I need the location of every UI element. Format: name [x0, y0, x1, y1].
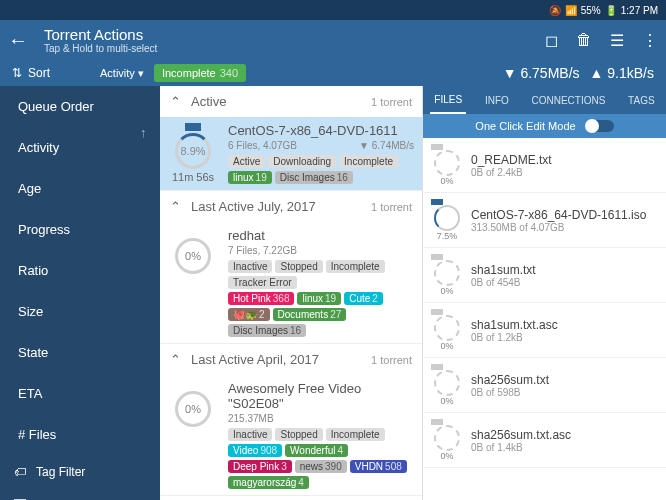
file-progress — [434, 205, 460, 231]
section-july[interactable]: ⌃Last Active July, 20171 torrent — [160, 191, 422, 222]
file-meta: 0B of 1.4kB — [471, 442, 658, 453]
tag[interactable]: linux19 — [228, 171, 272, 184]
status-indicator — [185, 381, 201, 389]
tab-tags[interactable]: TAGS — [624, 88, 658, 113]
status-bar: 🔕 📶 55% 🔋 1:27 PM — [0, 0, 666, 20]
eta: 11m 56s — [168, 171, 218, 183]
sidebar-ratio[interactable]: Ratio — [0, 250, 160, 291]
sidebar-files[interactable]: # Files — [0, 414, 160, 455]
status-indicator — [185, 228, 201, 236]
tab-connections[interactable]: CONNECTIONS — [527, 88, 609, 113]
sidebar-queue-order[interactable]: Queue Order — [0, 86, 160, 127]
delete-icon[interactable]: 🗑 — [576, 31, 592, 49]
sort-label: Sort — [28, 66, 50, 80]
tag[interactable]: Wonderful4 — [285, 444, 348, 457]
tag[interactable]: 🐙🐢2 — [228, 308, 270, 321]
mute-icon: 🔕 — [549, 5, 561, 16]
file-meta: 0B of 2.4kB — [471, 167, 658, 178]
section-april[interactable]: ⌃Last Active April, 20171 torrent — [160, 344, 422, 375]
progress-donut: 0% — [175, 238, 211, 274]
detail-tabs: FILES INFO CONNECTIONS TAGS — [423, 86, 666, 114]
tab-info[interactable]: INFO — [481, 88, 513, 113]
edit-mode-toggle[interactable] — [586, 120, 614, 132]
tag[interactable]: magyarország4 — [228, 476, 309, 489]
chevron-up-icon: ⌃ — [170, 352, 181, 367]
file-meta: 313.50MB of 4.07GB — [471, 222, 658, 233]
file-name: sha1sum.txt — [471, 263, 658, 277]
list-icon[interactable]: ☰ — [610, 31, 624, 50]
battery-icon: 🔋 — [605, 5, 617, 16]
file-name: 0_README.txt — [471, 153, 658, 167]
torrent-row[interactable]: 8.9%11m 56s CentOS-7-x86_64-DVD-1611 6 F… — [160, 117, 422, 191]
file-name: sha256sum.txt — [471, 373, 658, 387]
back-button[interactable]: ← — [8, 29, 28, 52]
scroll-up-icon[interactable]: ↑ — [140, 125, 147, 140]
activity-dropdown[interactable]: Activity ▾ — [100, 67, 144, 80]
file-indicator — [431, 199, 443, 205]
tag[interactable]: linux19 — [297, 292, 341, 305]
battery-pct: 55% — [581, 5, 601, 16]
torrent-name: redhat — [228, 228, 414, 243]
progress-donut: 8.9% — [175, 133, 211, 169]
tag[interactable]: VHDN508 — [350, 460, 407, 473]
tag[interactable]: Documents27 — [273, 308, 347, 321]
toolbar-title: Torrent Actions — [44, 26, 545, 43]
sidebar: Queue Order Activity ↑ Age Progress Rati… — [0, 86, 160, 500]
file-indicator — [431, 144, 443, 150]
up-speed: ▲ 9.1kB/s — [590, 65, 654, 81]
sidebar-age[interactable]: Age — [0, 168, 160, 209]
text-filter-button[interactable]: 🅃Text Filter — [0, 489, 160, 500]
torrent-row[interactable]: 0% redhat 7 Files, 7.22GB InactiveStoppe… — [160, 222, 422, 344]
file-row[interactable]: 0%sha256sum.txt0B of 598B — [423, 358, 666, 413]
file-row[interactable]: 0%sha1sum.txt.asc0B of 1.2kB — [423, 303, 666, 358]
torrent-name: CentOS-7-x86_64-DVD-1611 — [228, 123, 414, 138]
tag[interactable]: Hot Pink368 — [228, 292, 294, 305]
sort-button[interactable]: ⇅ Sort — [12, 66, 50, 80]
tab-files[interactable]: FILES — [430, 87, 466, 114]
tag[interactable]: news390 — [295, 460, 347, 473]
file-name: CentOS-7-x86_64-DVD-1611.iso — [471, 208, 658, 222]
stop-icon[interactable]: ◻ — [545, 31, 558, 50]
file-indicator — [431, 309, 443, 315]
toolbar-subtitle: Tap & Hold to multi-select — [44, 43, 545, 54]
sidebar-size[interactable]: Size — [0, 291, 160, 332]
chevron-up-icon: ⌃ — [170, 199, 181, 214]
wifi-icon: 📶 — [565, 5, 577, 16]
sidebar-state[interactable]: State — [0, 332, 160, 373]
tag[interactable]: Disc Images16 — [275, 171, 353, 184]
toolbar: ← Torrent Actions Tap & Hold to multi-se… — [0, 20, 666, 60]
progress-donut: 0% — [175, 391, 211, 427]
torrent-list: ⌃Active1 torrent 8.9%11m 56s CentOS-7-x8… — [160, 86, 422, 500]
tag[interactable]: Deep Pink3 — [228, 460, 292, 473]
sidebar-progress[interactable]: Progress — [0, 209, 160, 250]
file-indicator — [431, 364, 443, 370]
edit-mode-label: One Click Edit Mode — [475, 120, 575, 132]
file-row[interactable]: 0%0_README.txt0B of 2.4kB — [423, 138, 666, 193]
file-row[interactable]: 0%sha256sum.txt.asc0B of 1.4kB — [423, 413, 666, 468]
clock: 1:27 PM — [621, 5, 658, 16]
file-indicator — [431, 419, 443, 425]
status-indicator — [185, 123, 201, 131]
sidebar-activity[interactable]: Activity — [0, 127, 160, 168]
detail-panel: FILES INFO CONNECTIONS TAGS One Click Ed… — [422, 86, 666, 500]
file-progress — [434, 315, 460, 341]
file-name: sha256sum.txt.asc — [471, 428, 658, 442]
sort-icon: ⇅ — [12, 66, 22, 80]
file-progress — [434, 260, 460, 286]
tag[interactable]: Cute2 — [344, 292, 383, 305]
file-progress — [434, 150, 460, 176]
file-progress — [434, 370, 460, 396]
tag[interactable]: Video908 — [228, 444, 282, 457]
down-speed: ▼ 6.75MB/s — [503, 65, 580, 81]
file-row[interactable]: 0%sha1sum.txt0B of 454B — [423, 248, 666, 303]
filter-pill[interactable]: Incomplete340 — [154, 64, 246, 82]
file-meta: 0B of 598B — [471, 387, 658, 398]
tag[interactable]: Disc Images16 — [228, 324, 306, 337]
sidebar-eta[interactable]: ETA — [0, 373, 160, 414]
tag-filter-button[interactable]: 🏷Tag Filter — [0, 455, 160, 489]
more-icon[interactable]: ⋮ — [642, 31, 658, 50]
section-active[interactable]: ⌃Active1 torrent — [160, 86, 422, 117]
torrent-row[interactable]: 0% Awesomely Free Video "S02E08" 215.37M… — [160, 375, 422, 496]
file-row[interactable]: 7.5%CentOS-7-x86_64-DVD-1611.iso313.50MB… — [423, 193, 666, 248]
edit-mode-bar: One Click Edit Mode — [423, 114, 666, 138]
